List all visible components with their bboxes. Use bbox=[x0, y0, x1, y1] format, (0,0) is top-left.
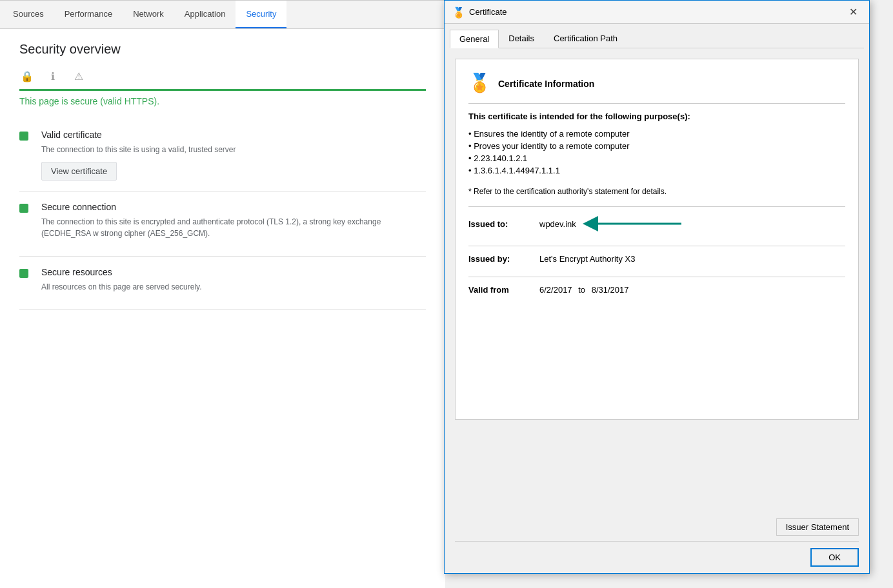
cert-footer-top: Issuer Statement bbox=[455, 518, 859, 536]
valid-certificate-section: Valid certificate The connection to this… bbox=[19, 119, 426, 191]
secure-resources-section: Secure resources All resources on this p… bbox=[19, 257, 426, 310]
cert-header-icon: 🏅 bbox=[468, 72, 492, 95]
secure-connection-section: Secure connection The connection to this… bbox=[19, 191, 426, 257]
security-title: Security overview bbox=[19, 42, 426, 57]
view-certificate-button[interactable]: View certificate bbox=[41, 162, 117, 181]
secure-res-content: Secure resources All resources on this p… bbox=[41, 267, 426, 299]
secure-conn-indicator bbox=[19, 204, 28, 213]
cert-tab-details[interactable]: Details bbox=[499, 29, 544, 48]
cert-purpose-item-4: 1.3.6.1.4.1.44947.1.1.1 bbox=[468, 164, 845, 177]
cert-close-button[interactable]: ✕ bbox=[845, 4, 861, 21]
warning-icon: ⚠ bbox=[71, 68, 86, 84]
cert-valid-from-value: 6/2/2017 bbox=[539, 285, 572, 295]
cert-tab-general[interactable]: General bbox=[450, 30, 499, 48]
secure-conn-title: Secure connection bbox=[41, 202, 426, 212]
secure-conn-content: Secure connection The connection to this… bbox=[41, 202, 426, 246]
tab-bar: Sources Performance Network Application … bbox=[0, 1, 445, 29]
cert-purpose-item-2: Proves your identity to a remote compute… bbox=[468, 140, 845, 152]
cert-issued-to-value: wpdev.ink bbox=[539, 219, 576, 229]
cert-info-title: Certificate Information bbox=[498, 79, 594, 89]
cert-info-header: 🏅 Certificate Information bbox=[468, 72, 845, 104]
cert-issued-by-value: Let's Encrypt Authority X3 bbox=[539, 254, 635, 264]
cert-issued-to-label: Issued to: bbox=[468, 219, 539, 229]
security-content: Security overview 🔒 ℹ ⚠ This page is sec… bbox=[0, 29, 445, 588]
secure-res-indicator bbox=[19, 269, 28, 278]
teal-arrow-annotation bbox=[581, 215, 685, 233]
cert-tabs: General Details Certification Path bbox=[445, 24, 869, 48]
info-icon: ℹ bbox=[45, 68, 61, 84]
cert-dialog-title: Certificate bbox=[469, 7, 507, 17]
secure-conn-desc: The connection to this site is encrypted… bbox=[41, 216, 426, 239]
cert-issued-to-row: Issued to: wpdev.ink bbox=[468, 215, 845, 233]
tab-performance[interactable]: Performance bbox=[54, 1, 123, 28]
tab-security[interactable]: Security bbox=[236, 1, 286, 28]
cert-valid-to-label: to bbox=[578, 285, 585, 295]
certificate-dialog: 🏅 Certificate ✕ General Details Certific… bbox=[444, 0, 870, 574]
cert-ok-button[interactable]: OK bbox=[810, 548, 859, 567]
cert-issued-by-label: Issued by: bbox=[468, 254, 539, 264]
cert-info-box: 🏅 Certificate Information This certifica… bbox=[455, 59, 859, 420]
cert-purpose-list: Ensures the identity of a remote compute… bbox=[468, 128, 845, 177]
valid-cert-indicator bbox=[19, 132, 28, 141]
valid-cert-content: Valid certificate The connection to this… bbox=[41, 130, 426, 181]
secure-res-title: Secure resources bbox=[41, 267, 426, 277]
tab-application[interactable]: Application bbox=[174, 1, 236, 28]
green-accent-line bbox=[19, 89, 426, 91]
cert-titlebar: 🏅 Certificate ✕ bbox=[445, 1, 869, 24]
issuer-statement-button[interactable]: Issuer Statement bbox=[776, 518, 859, 536]
cert-valid-from-label: Valid from bbox=[468, 285, 539, 295]
lock-icon: 🔒 bbox=[19, 68, 35, 84]
cert-footer: Issuer Statement OK bbox=[445, 512, 869, 573]
security-icons: 🔒 ℹ ⚠ bbox=[19, 68, 426, 84]
secure-res-desc: All resources on this page are served se… bbox=[41, 281, 426, 293]
cert-issued-by-row: Issued by: Let's Encrypt Authority X3 bbox=[468, 254, 845, 264]
cert-purpose-item-1: Ensures the identity of a remote compute… bbox=[468, 128, 845, 140]
cert-divider-2 bbox=[468, 246, 845, 246]
cert-valid-to-value: 8/31/2017 bbox=[592, 285, 629, 295]
valid-cert-desc: The connection to this site is using a v… bbox=[41, 144, 426, 155]
cert-body: 🏅 Certificate Information This certifica… bbox=[445, 48, 869, 512]
cert-divider-3 bbox=[468, 277, 845, 277]
cert-divider-1 bbox=[468, 206, 845, 207]
cert-badge-icon: 🏅 bbox=[452, 6, 464, 18]
cert-purpose-title: This certificate is intended for the fol… bbox=[468, 112, 845, 121]
devtools-panel: Sources Performance Network Application … bbox=[0, 0, 445, 588]
cert-titlebar-left: 🏅 Certificate bbox=[452, 6, 507, 18]
cert-refer-note: * Refer to the certification authority's… bbox=[468, 187, 845, 196]
cert-tab-certification-path[interactable]: Certification Path bbox=[544, 29, 627, 48]
cert-footer-bottom: OK bbox=[455, 541, 859, 567]
valid-cert-title: Valid certificate bbox=[41, 130, 426, 140]
secure-message: This page is secure (valid HTTPS). bbox=[19, 96, 426, 106]
tab-network[interactable]: Network bbox=[123, 1, 174, 28]
cert-valid-row: Valid from 6/2/2017 to 8/31/2017 bbox=[468, 285, 845, 295]
cert-purpose-item-3: 2.23.140.1.2.1 bbox=[468, 152, 845, 164]
tab-sources[interactable]: Sources bbox=[3, 1, 54, 28]
